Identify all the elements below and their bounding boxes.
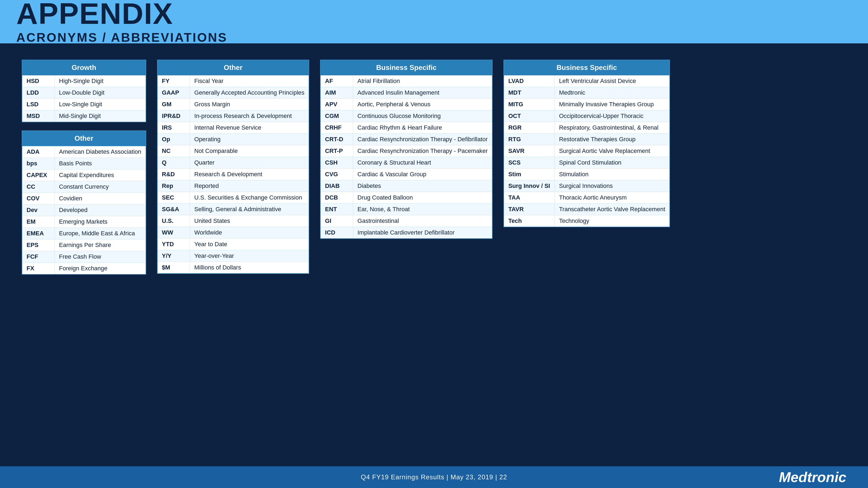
abbr-cell: GM [157,99,190,110]
table-row: DIABDiabetes [320,180,492,192]
abbr-cell: U.S. [157,215,190,227]
abbr-cell: Y/Y [157,250,190,262]
abbr-cell: CC [22,181,55,193]
abbr-cell: AIM [320,87,353,99]
abbr-cell: FCF [22,251,55,263]
table-row: CRT-DCardiac Resynchronization Therapy -… [320,134,492,145]
abbr-cell: EPS [22,239,55,251]
definition-cell: Free Cash Flow [55,251,146,263]
definition-cell: Low-Single Digit [55,99,146,110]
abbr-cell: RGR [504,122,555,134]
business-left-table: Business Specific AFAtrial FibrillationA… [320,60,493,239]
definition-cell: Fiscal Year [190,75,309,87]
definition-cell: Medtronic [554,87,670,99]
abbr-cell: FY [157,75,190,87]
abbr-cell: FX [22,263,55,274]
definition-cell: Mid-Single Digit [55,110,146,122]
definition-cell: Continuous Glucose Monitoring [353,110,492,122]
definition-cell: In-process Research & Development [190,110,309,122]
abbr-cell: CRT-D [320,134,353,145]
table-row: GMGross Margin [157,99,309,110]
definition-cell: Millions of Dollars [190,262,309,274]
abbr-cell: SG&A [157,204,190,215]
table-row: IRSInternal Revenue Service [157,122,309,134]
table-row: OpOperating [157,134,309,145]
abbr-cell: MDT [504,87,555,99]
business-right-table: Business Specific LVADLeft Ventricular A… [503,60,670,227]
definition-cell: Capital Expenditures [55,169,146,181]
table-row: DCBDrug Coated Balloon [320,192,492,204]
table-row: APVAortic, Peripheral & Venous [320,99,492,110]
abbr-cell: TAVR [504,204,555,215]
tables-row: Growth HSDHigh-Single DigitLDDLow-Double… [22,60,670,466]
table-row: COVCovidien [22,193,146,204]
definition-cell: United States [190,215,309,227]
definition-cell: Year-over-Year [190,250,309,262]
table-row: RepReported [157,180,309,192]
definition-cell: Stimulation [554,169,670,180]
definition-cell: Respiratory, Gastrointestinal, & Renal [554,122,670,134]
abbr-cell: MITG [504,99,555,110]
growth-table: Growth HSDHigh-Single DigitLDDLow-Double… [22,60,146,122]
definition-cell: Diabetes [353,180,492,192]
abbr-cell: NC [157,145,190,157]
abbr-cell: EMEA [22,228,55,239]
definition-cell: Spinal Cord Stimulation [554,157,670,169]
table-row: CRHFCardiac Rhythm & Heart Failure [320,122,492,134]
definition-cell: Foreign Exchange [55,263,146,274]
table-row: CGMContinuous Glucose Monitoring [320,110,492,122]
abbr-cell: Tech [504,215,555,227]
definition-cell: Low-Double Digit [55,87,146,99]
abbr-cell: IPR&D [157,110,190,122]
definition-cell: Drug Coated Balloon [353,192,492,204]
middle-column: Other FYFiscal YearGAAPGenerally Accepte… [157,60,310,274]
table-row: MDTMedtronic [504,87,670,99]
table-row: AFAtrial Fibrillation [320,75,492,87]
definition-cell: Earnings Per Share [55,239,146,251]
table-row: $MMillions of Dollars [157,262,309,274]
abbr-cell: HSD [22,75,55,87]
table-row: MITGMinimally Invasive Therapies Group [504,99,670,110]
definition-cell: Occipitocervical-Upper Thoracic [554,110,670,122]
table-row: Surg Innov / SISurgical Innovations [504,180,670,192]
table-row: SAVRSurgical Aortic Valve Replacement [504,145,670,157]
table-row: LSDLow-Single Digit [22,99,146,110]
table-row: SECU.S. Securities & Exchange Commission [157,192,309,204]
abbr-cell: Stim [504,169,555,180]
table-row: CSHCoronary & Structural Heart [320,157,492,169]
abbr-cell: SAVR [504,145,555,157]
abbr-cell: Op [157,134,190,145]
definition-cell: Advanced Insulin Management [353,87,492,99]
definition-cell: Transcatheter Aortic Valve Replacement [554,204,670,215]
abbr-cell: Q [157,157,190,169]
definition-cell: American Diabetes Association [55,146,146,158]
abbr-cell: OCT [504,110,555,122]
definition-cell: Cardiac Resynchronization Therapy - Pace… [353,145,492,157]
table-row: NCNot Comparable [157,145,309,157]
table-row: MSDMid-Single Digit [22,110,146,122]
abbr-cell: COV [22,193,55,204]
definition-cell: Generally Accepted Accounting Principles [190,87,309,99]
growth-header: Growth [22,60,146,75]
definition-cell: Aortic, Peripheral & Venous [353,99,492,110]
other-left-header: Other [22,131,146,146]
definition-cell: Selling, General & Administrative [190,204,309,215]
definition-cell: Implantable Cardioverter Defibrillator [353,227,492,239]
abbr-cell: DCB [320,192,353,204]
table-row: SCSSpinal Cord Stimulation [504,157,670,169]
definition-cell: Minimally Invasive Therapies Group [554,99,670,110]
abbr-cell: bps [22,158,55,169]
definition-cell: Restorative Therapies Group [554,134,670,145]
abbr-cell: GI [320,215,353,227]
abbr-cell: ADA [22,146,55,158]
table-row: EMEmerging Markets [22,216,146,228]
left-column: Growth HSDHigh-Single DigitLDDLow-Double… [22,60,146,274]
table-row: CRT-PCardiac Resynchronization Therapy -… [320,145,492,157]
abbr-cell: CAPEX [22,169,55,181]
main-content: Growth HSDHigh-Single DigitLDDLow-Double… [0,43,868,466]
definition-cell: Surgical Aortic Valve Replacement [554,145,670,157]
abbr-cell: AF [320,75,353,87]
abbr-cell: LSD [22,99,55,110]
abbr-cell: SCS [504,157,555,169]
definition-cell: Ear, Nose, & Throat [353,204,492,215]
